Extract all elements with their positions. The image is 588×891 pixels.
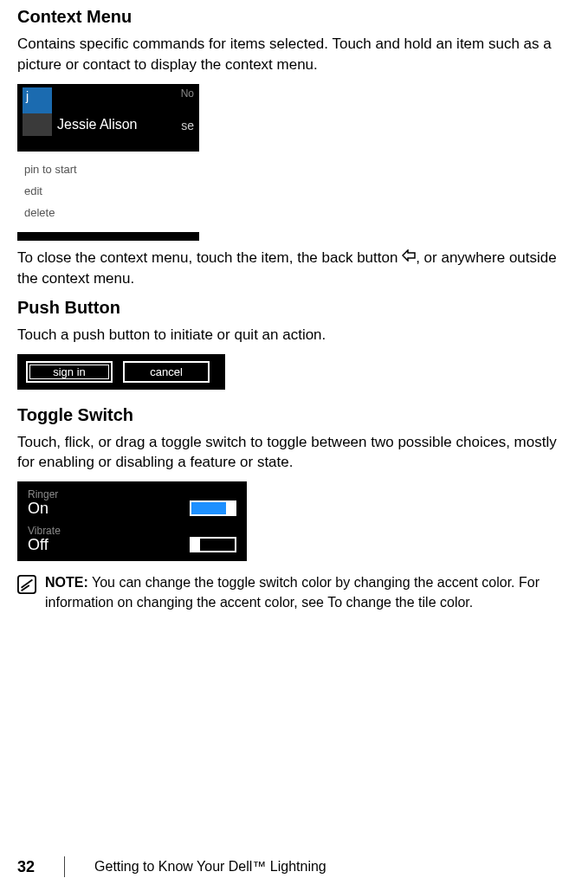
page-footer: 32 Getting to Know Your Dell™ Lightning [17,856,326,877]
truncated-text-1: No [181,87,194,100]
context-menu-desc: Contains specific commands for items sel… [17,34,571,75]
contact-avatar-placeholder [23,113,52,136]
section-heading-push-button: Push Button [17,298,571,318]
ringer-toggle[interactable] [190,500,236,516]
page-number: 32 [17,858,35,876]
push-button-screenshot: sign in cancel [17,354,225,390]
section-heading-context-menu: Context Menu [17,7,571,27]
context-menu-item-delete[interactable]: delete [24,202,192,223]
ringer-label: Ringer [28,488,58,500]
back-arrow-icon [402,247,416,268]
note-icon [17,575,36,594]
note-block: NOTE: You can change the toggle switch c… [17,573,571,612]
context-menu-item-edit[interactable]: edit [24,180,192,202]
context-menu-close-desc: To close the context menu, touch the ite… [17,248,571,289]
note-text: NOTE: You can change the toggle switch c… [45,573,571,612]
contact-name: Jessie Alison [57,117,138,132]
vibrate-toggle[interactable] [190,537,236,552]
push-button-desc: Touch a push button to initiate or quit … [17,325,571,345]
ringer-state: On [28,500,58,516]
toggle-switch-screenshot: Ringer On Vibrate Off [17,481,247,561]
cancel-button[interactable]: cancel [123,361,210,383]
footer-separator [64,856,65,877]
context-menu-item-pin[interactable]: pin to start [24,158,192,180]
footer-title: Getting to Know Your Dell™ Lightning [94,859,326,875]
vibrate-state: Off [28,537,61,552]
contact-tile-icon: j [23,87,52,117]
context-menu-screenshot: j Jessie Alison No se pin to start edit … [17,84,199,241]
toggle-switch-desc: Touch, flick, or drag a toggle switch to… [17,432,571,474]
sign-in-button[interactable]: sign in [26,361,113,383]
truncated-text-2: se [181,119,194,132]
vibrate-label: Vibrate [28,525,61,537]
section-heading-toggle-switch: Toggle Switch [17,405,571,425]
